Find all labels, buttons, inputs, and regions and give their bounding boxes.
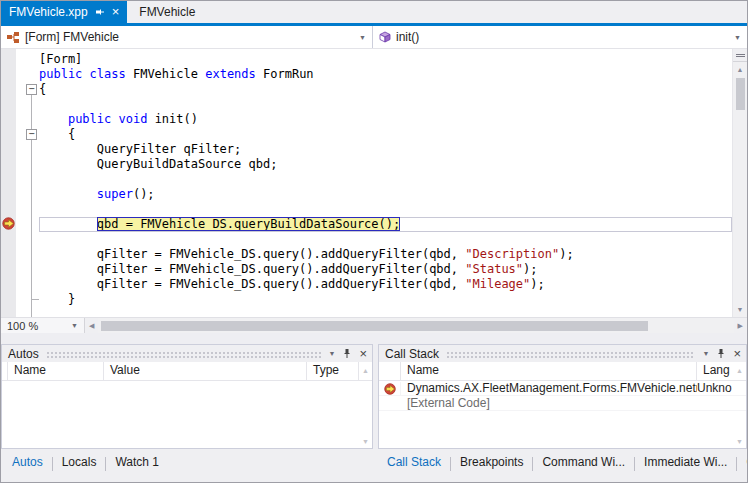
breakpoint-margin[interactable] <box>1 49 16 317</box>
scroll-down-icon[interactable]: ▼ <box>736 437 743 447</box>
pin-icon[interactable] <box>716 348 726 359</box>
vs-window: FMVehicle.xpp × FMVehicle [Form] FMVehic… <box>0 0 748 483</box>
tool-panels: Autos ▼ × Name Value Type ▲ ▼ <box>1 344 747 449</box>
vertical-scrollbar-thumb[interactable] <box>736 78 745 110</box>
current-statement-highlight: qbd = FMVehicle_DS.queryBuildDataSource(… <box>97 217 400 231</box>
tool-tab-call-stack[interactable]: Call Stack <box>378 452 450 472</box>
left-tab-group: Autos Locals Watch 1 <box>1 449 378 482</box>
scroll-left-icon[interactable]: ◀ <box>85 322 98 330</box>
scroll-up-icon[interactable]: ▲ <box>362 366 369 376</box>
code-line <box>23 172 732 187</box>
chevron-down-icon[interactable]: ▼ <box>71 322 78 329</box>
column-header-lang[interactable]: Lang <box>697 362 733 380</box>
close-icon[interactable]: × <box>359 349 367 359</box>
fold-corner <box>32 292 39 300</box>
doc-tab-label: FMVehicle.xpp <box>9 5 88 19</box>
code-line: super(); <box>23 187 732 202</box>
tool-tab-output[interactable]: Output <box>737 452 748 472</box>
tool-tab-breakpoints[interactable]: Breakpoints <box>451 452 532 472</box>
chevron-down-icon[interactable]: ▼ <box>359 34 366 41</box>
tool-tab-command-window[interactable]: Command Wi... <box>533 452 634 472</box>
code-editor[interactable]: [Form]public class FMVehicle extends For… <box>1 49 747 317</box>
pin-icon[interactable] <box>342 348 352 359</box>
column-header-value[interactable]: Value <box>104 362 307 380</box>
tool-tab-locals[interactable]: Locals <box>53 452 106 472</box>
pin-icon[interactable] <box>95 7 105 17</box>
frame-name: Dynamics.AX.FleetManagement.Forms.FMVehi… <box>401 381 697 395</box>
code-line: qFilter = FMVehicle_DS.query().addQueryF… <box>23 262 732 277</box>
title-grip-texture <box>46 351 322 358</box>
window-position-icon[interactable]: ▼ <box>328 350 335 357</box>
column-header-type[interactable]: Type <box>307 362 359 380</box>
code-line: −{ <box>23 82 732 97</box>
breakpoint-current-statement-icon[interactable] <box>2 217 15 230</box>
autos-column-headers: Name Value Type ▲ <box>2 362 372 381</box>
code-line: QueryFilter qFilter; <box>23 142 732 157</box>
tool-tab-watch1[interactable]: Watch 1 <box>106 452 168 472</box>
horizontal-scrollbar-thumb[interactable] <box>101 321 647 331</box>
code-line <box>23 97 732 112</box>
call-stack-column-headers: Name Lang ▲ <box>379 362 746 381</box>
frame-language: Unkno <box>697 381 733 395</box>
call-stack-title-bar[interactable]: Call Stack ▼ × <box>379 345 746 362</box>
call-stack-panel: Call Stack ▼ × Name Lang ▲ <box>378 344 747 449</box>
chevron-down-icon[interactable]: ▼ <box>734 34 741 41</box>
scroll-down-icon[interactable]: ▼ <box>737 305 744 315</box>
autos-body[interactable]: ▼ <box>2 381 372 448</box>
panel-title: Autos <box>8 347 39 361</box>
code-line: public class FMVehicle extends FormRun <box>23 67 732 82</box>
scope-dropdown[interactable]: [Form] FMVehicle ▼ <box>1 26 373 48</box>
code-line: qbd = FMVehicle_DS.queryBuildDataSource(… <box>23 217 732 232</box>
frame-icon-gutter <box>379 362 401 380</box>
scroll-up-icon[interactable]: ▲ <box>737 65 744 75</box>
code-line <box>23 232 732 247</box>
tool-tab-immediate-window[interactable]: Immediate Wi... <box>635 452 736 472</box>
member-dropdown[interactable]: init() ▼ <box>373 26 747 48</box>
vertical-scrollbar[interactable]: ▲ ▼ <box>732 49 747 317</box>
horizontal-scrollbar[interactable] <box>98 318 733 333</box>
code-line: [Form] <box>23 52 732 67</box>
right-tab-group: Call Stack Breakpoints Command Wi... Imm… <box>378 449 748 482</box>
doc-tab-fmvehicle-xpp[interactable]: FMVehicle.xpp × <box>1 1 127 23</box>
scroll-down-icon[interactable]: ▼ <box>362 437 369 447</box>
window-position-icon[interactable]: ▼ <box>702 350 709 357</box>
code-line: QueryBuildDataSource qbd; <box>23 157 732 172</box>
scroll-right-icon[interactable]: ▶ <box>734 322 747 330</box>
code-line: } <box>23 292 732 307</box>
zoom-dropdown[interactable]: 100 % ▼ <box>1 318 85 333</box>
fold-collapse-box[interactable]: − <box>26 129 37 140</box>
member-label: init() <box>396 30 419 44</box>
doc-tab-fmvehicle[interactable]: FMVehicle <box>127 1 207 23</box>
scope-label: [Form] FMVehicle <box>25 30 119 44</box>
autos-panel: Autos ▼ × Name Value Type ▲ ▼ <box>1 344 373 449</box>
zoom-level: 100 % <box>7 320 38 332</box>
tool-tab-autos[interactable]: Autos <box>3 452 52 472</box>
tool-window-tab-strip: Autos Locals Watch 1 Call Stack Breakpoi… <box>1 449 747 482</box>
fold-collapse-box[interactable]: − <box>26 84 37 95</box>
close-icon[interactable]: × <box>112 7 120 17</box>
stack-frame-row[interactable]: [External Code] <box>379 396 746 411</box>
code-line: public void init() <box>23 112 732 127</box>
code-line <box>23 202 732 217</box>
frame-name: [External Code] <box>401 396 697 410</box>
editor-bottom-bar: 100 % ▼ ◀ ▶ <box>1 317 747 333</box>
call-stack-body[interactable]: Dynamics.AX.FleetManagement.Forms.FMVehi… <box>379 381 746 448</box>
panel-splitter[interactable] <box>1 333 747 344</box>
code-line: qFilter = FMVehicle_DS.query().addQueryF… <box>23 277 732 292</box>
code-lines: [Form]public class FMVehicle extends For… <box>23 52 732 307</box>
form-class-icon <box>7 32 20 43</box>
code-line: qFilter = FMVehicle_DS.query().addQueryF… <box>23 247 732 262</box>
title-grip-texture <box>446 351 695 358</box>
autos-title-bar[interactable]: Autos ▼ × <box>2 345 372 362</box>
column-header-name[interactable]: Name <box>8 362 104 380</box>
current-frame-icon <box>384 383 396 395</box>
panel-title: Call Stack <box>385 347 439 361</box>
code-line: − { <box>23 127 732 142</box>
doc-tab-label: FMVehicle <box>139 5 195 19</box>
close-icon[interactable]: × <box>733 349 741 359</box>
scroll-up-icon[interactable]: ▲ <box>736 366 743 376</box>
method-icon <box>379 31 391 43</box>
column-header-name[interactable]: Name <box>401 362 697 380</box>
splitter-handle[interactable] <box>733 49 747 62</box>
stack-frame-row[interactable]: Dynamics.AX.FleetManagement.Forms.FMVehi… <box>379 381 746 396</box>
